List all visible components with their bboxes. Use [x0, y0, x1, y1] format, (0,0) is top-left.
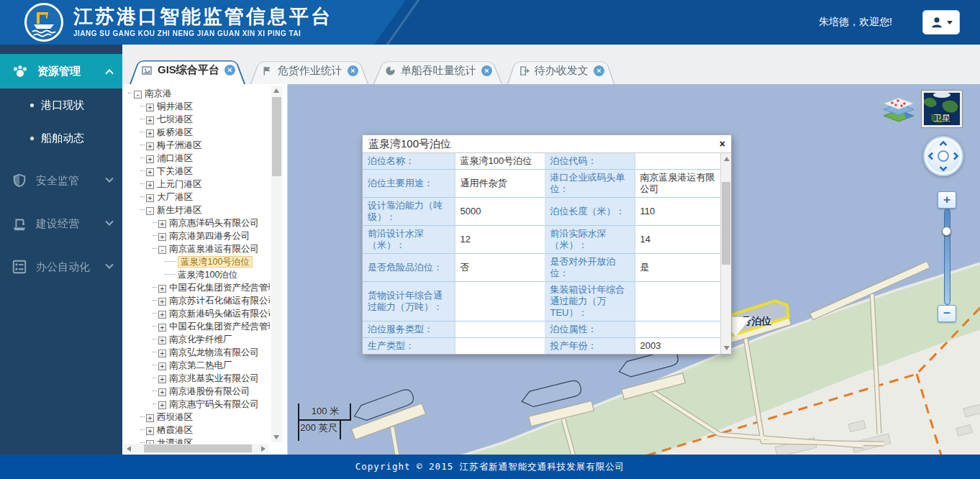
tab-close-icon[interactable]: × [348, 65, 358, 76]
scrollbar-thumb[interactable] [722, 182, 730, 265]
scrollbar-thumb[interactable] [144, 444, 252, 452]
expand-icon[interactable]: + [158, 350, 166, 357]
tree-item-label[interactable]: 梅子洲港区 [157, 140, 202, 150]
collapse-icon[interactable]: - [146, 207, 154, 215]
tree-item[interactable]: +南京苏计石化储运有限公司 [127, 294, 270, 307]
tree-item[interactable]: +南京港第四港务公司 [127, 229, 270, 242]
tab-dangerous-cargo-stats[interactable]: 危货作业统计 × [250, 58, 368, 84]
tree-item-label[interactable]: 板桥港区 [157, 127, 193, 137]
sidebar-item-ship-dynamics[interactable]: 船舶动态 [0, 122, 122, 155]
zoom-slider-thumb[interactable] [942, 227, 951, 236]
sidebar-item-port-status[interactable]: 港口现状 [0, 88, 122, 122]
tree-item-label[interactable]: 西坝港区 [157, 412, 193, 422]
expand-icon[interactable]: + [146, 117, 154, 124]
expand-icon[interactable]: + [158, 220, 166, 228]
tab-close-icon[interactable]: × [594, 65, 604, 76]
close-icon[interactable]: × [720, 139, 725, 149]
tree-item-label[interactable]: 七坝港区 [157, 114, 193, 124]
tree-item-label[interactable]: 中国石化集团资产经营管理有 [169, 321, 270, 332]
tree-item-label[interactable]: 南京化学纤维厂 [169, 334, 232, 345]
pan-down-icon[interactable] [939, 163, 947, 171]
tree-item[interactable]: +上元门港区 [127, 178, 270, 191]
tree-item-label[interactable]: 下关港区 [157, 166, 193, 176]
expand-icon[interactable]: + [146, 414, 154, 422]
tree-item-label[interactable]: 南京兆基实业有限公司 [169, 373, 259, 383]
tree-item[interactable]: +中国石化集团资产经营管理有 [127, 281, 270, 294]
scroll-down-icon[interactable] [724, 346, 730, 350]
pan-left-icon[interactable] [927, 152, 935, 160]
tree-item-label[interactable]: 新生圩港区 [157, 205, 202, 215]
tree-item[interactable]: 蓝泉湾100号泊位 [127, 255, 270, 268]
pan-center-icon[interactable] [938, 150, 949, 162]
expand-icon[interactable]: + [158, 337, 166, 345]
dialog-title-bar[interactable]: 蓝泉湾100号泊位 × [363, 135, 731, 153]
expand-icon[interactable]: + [146, 168, 154, 176]
sidebar-item-construction-operation[interactable]: 建设经营 [0, 206, 122, 241]
tree-item[interactable]: +中国石化集团资产经营管理有 [127, 320, 270, 333]
tree-horizontal-scrollbar[interactable] [124, 444, 268, 453]
scroll-down-icon[interactable] [273, 435, 279, 439]
tree-item[interactable]: -南京港 [127, 87, 270, 100]
scroll-up-icon[interactable] [273, 88, 279, 93]
expand-icon[interactable]: + [158, 388, 166, 396]
expand-icon[interactable]: + [158, 298, 166, 306]
tree-item[interactable]: +南京化学纤维厂 [127, 333, 270, 346]
zoom-track[interactable] [944, 209, 950, 305]
tree-item[interactable]: +梅子洲港区 [127, 139, 270, 152]
ship-outline[interactable] [520, 379, 583, 409]
sidebar-item-resource-management[interactable]: 资源管理 [0, 54, 122, 88]
tree-item-label[interactable]: 蓝泉湾100泊位 [178, 270, 237, 280]
collapse-icon[interactable]: - [134, 91, 142, 99]
tree-item-label[interactable]: 南京第二热电厂 [169, 360, 232, 370]
tab-gis-platform[interactable]: GIS综合平台 × [130, 56, 245, 84]
tree-item[interactable]: +南京港股份有限公司 [127, 385, 270, 398]
tab-close-icon[interactable]: × [481, 65, 492, 76]
tree-item[interactable]: +南京惠洋码头有限公司 [127, 216, 270, 229]
tree-item[interactable]: +南京第二热电厂 [127, 359, 270, 372]
tree-item[interactable]: +南京新港码头储运有限公司 [127, 307, 270, 320]
tree-item[interactable]: -新生圩港区 [127, 204, 270, 216]
tree-item[interactable]: +铜井港区 [127, 100, 270, 113]
tree-item[interactable]: +大厂港区 [127, 191, 270, 204]
expand-icon[interactable]: + [158, 233, 166, 241]
tab-single-ship-throughput-stats[interactable]: 单船吞吐量统计 × [373, 58, 502, 84]
satellite-view-button[interactable]: 卫星 [922, 91, 962, 127]
user-menu-button[interactable] [922, 10, 960, 35]
tree-item-label[interactable]: 南京新港码头储运有限公司 [169, 309, 270, 319]
tree-vertical-scrollbar[interactable] [271, 86, 282, 442]
expand-icon[interactable]: + [146, 427, 154, 435]
tree-item-label[interactable]: 南京惠洋码头有限公司 [169, 218, 259, 228]
expand-icon[interactable]: + [146, 142, 154, 150]
expand-icon[interactable]: + [146, 104, 154, 111]
zoom-out-button[interactable]: − [938, 305, 956, 322]
expand-icon[interactable]: + [146, 194, 154, 202]
tree-item-label[interactable]: 浦口港区 [157, 153, 193, 163]
expand-icon[interactable]: + [146, 155, 154, 163]
sidebar-item-office-automation[interactable]: 办公自动化 [0, 250, 122, 284]
tree-item[interactable]: +下关港区 [127, 165, 270, 178]
tree-item[interactable]: +西坝港区 [127, 411, 270, 424]
pan-up-icon[interactable] [939, 140, 947, 148]
tree-item-label[interactable]: 南京港股份有限公司 [169, 386, 250, 396]
tree-item[interactable]: +南京兆基实业有限公司 [127, 372, 270, 385]
collapse-icon[interactable]: - [158, 246, 166, 254]
expand-icon[interactable]: + [158, 324, 166, 332]
tree-item-label[interactable]: 蓝泉湾100号泊位 [178, 256, 253, 268]
map-layers-button[interactable] [882, 97, 915, 124]
tree-item-label[interactable]: 南京蓝泉港运有限公司 [169, 244, 259, 254]
tree-item-label[interactable]: 上元门港区 [157, 179, 202, 189]
tab-pending-documents[interactable]: 待办收发文 × [507, 58, 614, 84]
tree-item-label[interactable]: 南京苏计石化储运有限公司 [169, 296, 270, 306]
scroll-up-icon[interactable] [724, 157, 730, 161]
tree-item[interactable]: 蓝泉湾100泊位 [127, 268, 270, 281]
tree-item-label[interactable]: 南京港 [145, 88, 172, 99]
dialog-scrollbar[interactable] [720, 153, 731, 354]
tree-item[interactable]: +南京弘龙物流有限公司 [127, 346, 270, 359]
tree-item-label[interactable]: 大厂港区 [157, 192, 193, 202]
tree-item[interactable]: +七坝港区 [127, 113, 270, 126]
zoom-in-button[interactable]: + [938, 191, 956, 209]
map-pan-control[interactable] [923, 136, 963, 176]
tree-item[interactable]: +浦口港区 [127, 152, 270, 165]
tree-item[interactable]: -南京蓝泉港运有限公司 [127, 242, 270, 255]
tree-item-label[interactable]: 南京弘龙物流有限公司 [169, 347, 259, 357]
